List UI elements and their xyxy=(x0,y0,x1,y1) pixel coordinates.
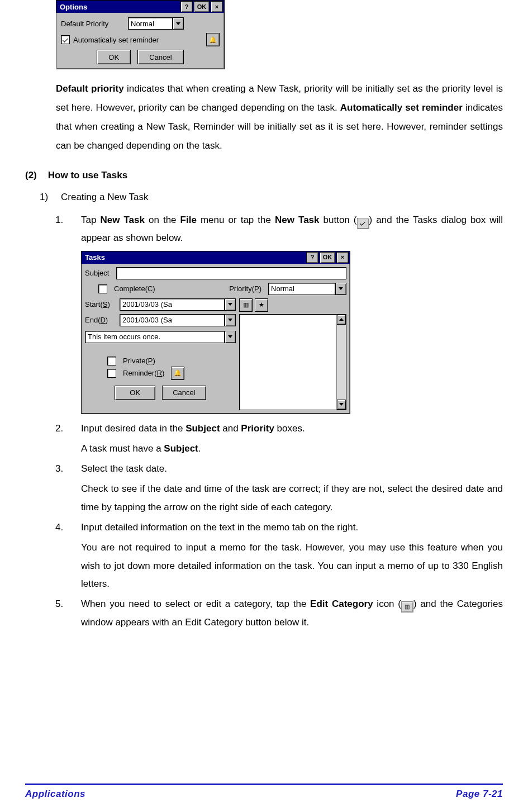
ok-button[interactable]: OK xyxy=(115,386,155,400)
bell-icon-button[interactable] xyxy=(206,33,220,46)
chevron-down-icon[interactable] xyxy=(335,283,346,295)
cancel-button[interactable]: Cancel xyxy=(137,50,183,64)
auto-reminder-checkbox[interactable] xyxy=(61,35,70,44)
ok-button[interactable]: OK xyxy=(97,50,131,64)
start-date-combo[interactable]: 2001/03/03 (Sa xyxy=(120,298,236,311)
section-heading: (2) How to use Tasks xyxy=(25,170,503,181)
options-dialog: Options ? OK × Default Priority Normal A… xyxy=(56,0,225,69)
default-priority-combo[interactable]: Normal xyxy=(128,17,184,30)
subject-label: Subject xyxy=(85,269,113,277)
section-number: (2) xyxy=(25,170,37,181)
bell-icon-button[interactable] xyxy=(171,367,184,380)
new-task-icon xyxy=(357,218,369,229)
end-label: End(D) xyxy=(85,316,116,324)
step-4-continuation: You are not required to input a memo for… xyxy=(81,539,503,593)
options-titlebar: Options ? OK × xyxy=(56,1,224,13)
step-5: 5. When you need to select or edit a cat… xyxy=(55,595,503,631)
term-default-priority: Default priority xyxy=(56,83,124,94)
end-date-combo[interactable]: 2001/03/03 (Sa xyxy=(120,314,236,326)
options-title: Options xyxy=(60,3,179,11)
page-footer: Applications Page 7-21 xyxy=(25,783,503,800)
tasks-dialog: Tasks ? OK × Subject Complete(C) Priorit… xyxy=(81,251,350,414)
help-button[interactable]: ? xyxy=(306,252,318,263)
subitem-creating-task: 1) Creating a New Task xyxy=(40,188,503,207)
footer-left: Applications xyxy=(25,789,85,800)
start-label: Start(S) xyxy=(85,300,116,308)
term-auto-reminder: Automatically set reminder xyxy=(340,102,463,113)
end-date-value: 2001/03/03 (Sa xyxy=(120,314,225,326)
step-2: 2. Input desired data in the Subject and… xyxy=(55,420,503,438)
step-3: 3. Select the task date. xyxy=(55,460,503,478)
chevron-down-icon[interactable] xyxy=(225,314,236,326)
auto-reminder-label: Automatically set reminder xyxy=(73,36,159,44)
step-1: 1. Tap New Task on the File menu or tap … xyxy=(55,211,503,248)
paragraph-default-priority: Default priority indicates that when cre… xyxy=(56,79,503,155)
footer-right: Page 7-21 xyxy=(456,789,503,800)
reminder-label: Reminder(R) xyxy=(123,369,164,377)
scroll-down-icon[interactable] xyxy=(337,400,346,410)
edit-category-icon: ▥ xyxy=(401,601,413,612)
priority-combo[interactable]: Normal xyxy=(268,283,346,295)
category-star-icon-button[interactable]: ★ xyxy=(255,298,268,312)
category-icon-button[interactable]: ▥ xyxy=(239,298,253,312)
memo-textarea[interactable] xyxy=(239,314,346,410)
recurrence-combo[interactable]: This item occurs once. xyxy=(85,331,236,343)
default-priority-value: Normal xyxy=(128,17,173,30)
scrollbar[interactable] xyxy=(336,315,346,410)
start-date-value: 2001/03/03 (Sa xyxy=(120,298,225,311)
tasks-titlebar: Tasks ? OK × xyxy=(82,251,350,264)
complete-checkbox[interactable] xyxy=(98,284,107,293)
checkmark-icon xyxy=(62,36,68,42)
default-priority-label: Default Priority xyxy=(61,20,128,28)
scroll-up-icon[interactable] xyxy=(337,315,346,325)
step-3-continuation: Check to see if the date and time of the… xyxy=(81,480,503,516)
reminder-checkbox[interactable] xyxy=(107,369,116,378)
close-button[interactable]: × xyxy=(211,1,223,12)
cancel-button[interactable]: Cancel xyxy=(162,386,206,400)
private-checkbox[interactable] xyxy=(107,357,116,365)
help-button[interactable]: ? xyxy=(180,1,193,12)
close-button[interactable]: × xyxy=(336,252,349,263)
priority-label: Priority(P) xyxy=(229,284,261,293)
ok-titlebar-button[interactable]: OK xyxy=(194,1,210,12)
private-label: Private(P) xyxy=(123,357,155,365)
chevron-down-icon[interactable] xyxy=(173,17,184,30)
subject-input[interactable] xyxy=(116,267,346,279)
step-2-continuation: A task must have a Subject. xyxy=(81,440,503,458)
tasks-title: Tasks xyxy=(85,253,305,262)
chevron-down-icon[interactable] xyxy=(225,331,236,343)
ok-titlebar-button[interactable]: OK xyxy=(320,252,335,263)
footer-divider xyxy=(25,783,503,785)
complete-label: Complete(C) xyxy=(114,284,155,293)
recurrence-value: This item occurs once. xyxy=(85,331,225,343)
section-title: How to use Tasks xyxy=(48,170,127,181)
chevron-down-icon[interactable] xyxy=(225,298,236,311)
step-4: 4. Input detailed information on the tex… xyxy=(55,519,503,536)
priority-value: Normal xyxy=(268,283,335,295)
